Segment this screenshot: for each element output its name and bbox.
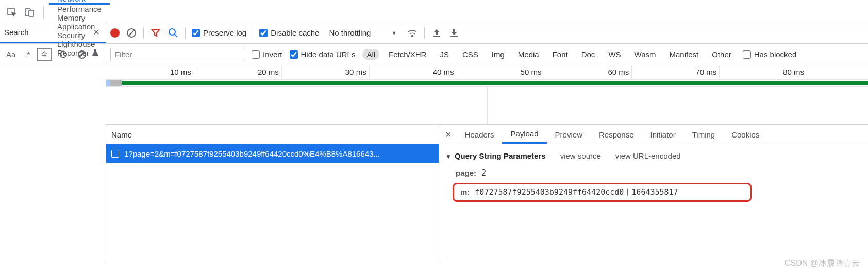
type-filter-css[interactable]: CSS bbox=[458, 49, 482, 60]
filter-icon[interactable] bbox=[150, 27, 161, 39]
detail-tab-payload[interactable]: Payload bbox=[502, 125, 546, 144]
separator bbox=[424, 27, 425, 39]
cjk-toggle[interactable]: 全 bbox=[37, 48, 52, 61]
tick-label: 10 ms bbox=[170, 67, 191, 76]
type-filter-font[interactable]: Font bbox=[548, 49, 572, 60]
search-options: Aa .* 全 bbox=[0, 44, 106, 65]
disable-cache-label: Disable cache bbox=[271, 28, 319, 37]
request-list: Name 1?page=2&m=f0727587f9255403b9249ff6… bbox=[106, 125, 439, 263]
timeline-tick: 20 ms bbox=[281, 65, 282, 79]
inspect-element-icon[interactable] bbox=[3, 4, 21, 21]
request-row[interactable]: 1?page=2&m=f0727587f9255403b9249ff64420c… bbox=[106, 144, 439, 163]
upload-icon[interactable] bbox=[431, 27, 442, 39]
filter-bar: Invert Hide data URLs AllFetch/XHRJSCSSI… bbox=[106, 44, 868, 65]
payload-section-header[interactable]: ▼Query String Parameters view source vie… bbox=[445, 151, 862, 160]
svg-line-11 bbox=[79, 52, 85, 57]
detail-tab-headers[interactable]: Headers bbox=[457, 125, 503, 144]
chevron-down-icon: ▼ bbox=[391, 30, 397, 36]
view-url-encoded-link[interactable]: view URL-encoded bbox=[615, 151, 681, 160]
type-filter-js[interactable]: JS bbox=[436, 49, 453, 60]
disable-cache-checkbox[interactable]: Disable cache bbox=[259, 28, 319, 37]
param-key: page: bbox=[456, 168, 476, 178]
row-checkbox-icon[interactable] bbox=[111, 150, 119, 158]
separator bbox=[185, 27, 186, 39]
svg-point-7 bbox=[412, 35, 413, 37]
timeline-tick: 80 ms bbox=[807, 65, 807, 79]
throttling-select[interactable]: No throttling ▼ bbox=[325, 28, 400, 38]
detail-tab-response[interactable]: Response bbox=[591, 125, 642, 144]
param-row-m: m: f0727587f9255403b9249ff64420ccd0丨1664… bbox=[453, 183, 752, 202]
tick-label: 30 ms bbox=[345, 67, 366, 76]
filter-row-container: Aa .* 全 Invert Hide data URLs AllFetch/X… bbox=[0, 44, 868, 65]
has-blocked-checkbox[interactable]: Has blocked bbox=[743, 50, 797, 59]
devtools-tab-strip: ElementsConsoleSourcesNetworkPerformance… bbox=[0, 0, 868, 22]
tab-network[interactable]: Network bbox=[49, 0, 110, 5]
preserve-log-label: Preserve log bbox=[203, 28, 246, 37]
network-conditions-icon[interactable] bbox=[407, 27, 418, 39]
type-filter-ws[interactable]: WS bbox=[604, 49, 625, 60]
hide-data-urls-checkbox[interactable]: Hide data URLs bbox=[290, 50, 356, 59]
request-detail-pane: × HeadersPayloadPreviewResponseInitiator… bbox=[439, 125, 868, 263]
preserve-log-input[interactable] bbox=[192, 29, 200, 37]
type-filter-all[interactable]: All bbox=[362, 49, 379, 60]
hide-data-input[interactable] bbox=[290, 50, 298, 59]
timeline-bars bbox=[106, 80, 868, 86]
section-title: Query String Parameters bbox=[455, 151, 546, 160]
separator bbox=[43, 6, 44, 19]
type-filter-other[interactable]: Other bbox=[708, 49, 736, 60]
detail-tab-preview[interactable]: Preview bbox=[547, 125, 591, 144]
clear-icon[interactable] bbox=[126, 27, 137, 39]
has-blocked-label: Has blocked bbox=[754, 50, 797, 59]
svg-rect-8 bbox=[433, 36, 440, 37]
filter-input[interactable] bbox=[110, 48, 244, 61]
view-source-link[interactable]: view source bbox=[560, 151, 601, 160]
preserve-log-checkbox[interactable]: Preserve log bbox=[192, 28, 246, 37]
type-filter-img[interactable]: Img bbox=[488, 49, 509, 60]
match-case-toggle[interactable]: Aa bbox=[4, 49, 18, 60]
svg-line-4 bbox=[128, 30, 135, 36]
disable-cache-input[interactable] bbox=[259, 29, 268, 37]
payload-panel: ▼Query String Parameters view source vie… bbox=[439, 144, 868, 209]
detail-tab-initiator[interactable]: Initiator bbox=[642, 125, 684, 144]
toolbar-row: Search × Preserve log Disable cache No t… bbox=[0, 22, 868, 44]
device-toolbar-icon[interactable] bbox=[21, 4, 38, 21]
close-icon[interactable]: × bbox=[91, 26, 102, 38]
tick-label: 60 ms bbox=[608, 67, 629, 76]
search-icon[interactable] bbox=[168, 27, 179, 39]
tab-performance[interactable]: Performance bbox=[49, 5, 110, 13]
invert-checkbox[interactable]: Invert bbox=[252, 50, 282, 59]
network-toolbar: Preserve log Disable cache No throttling… bbox=[106, 22, 868, 43]
type-filter-doc[interactable]: Doc bbox=[577, 49, 599, 60]
type-filter-wasm[interactable]: Wasm bbox=[630, 49, 660, 60]
tab-memory[interactable]: Memory bbox=[49, 13, 110, 22]
svg-point-5 bbox=[169, 29, 175, 35]
timeline-ruler: 10 ms20 ms30 ms40 ms50 ms60 ms70 ms80 ms bbox=[106, 65, 868, 80]
param-value: 2 bbox=[481, 168, 486, 178]
close-icon[interactable]: × bbox=[443, 129, 457, 141]
invert-input[interactable] bbox=[252, 50, 260, 59]
download-icon[interactable] bbox=[448, 27, 460, 39]
timeline-tick: 40 ms bbox=[457, 65, 457, 79]
type-filter-media[interactable]: Media bbox=[514, 49, 543, 60]
name-column-header[interactable]: Name bbox=[106, 125, 439, 144]
svg-line-6 bbox=[175, 35, 177, 37]
type-filter-manifest[interactable]: Manifest bbox=[665, 49, 703, 60]
regex-toggle[interactable]: .* bbox=[23, 49, 32, 60]
record-button[interactable] bbox=[110, 28, 120, 38]
detail-tab-cookies[interactable]: Cookies bbox=[723, 125, 767, 144]
search-pane-header: Search × bbox=[0, 22, 106, 43]
request-name: 1?page=2&m=f0727587f9255403b9249ff64420c… bbox=[124, 149, 380, 158]
clear-search-icon[interactable] bbox=[75, 49, 89, 60]
search-results-pane bbox=[0, 125, 106, 263]
detail-tab-timing[interactable]: Timing bbox=[684, 125, 723, 144]
refresh-icon[interactable] bbox=[57, 49, 70, 60]
has-blocked-input[interactable] bbox=[743, 50, 751, 59]
search-label: Search bbox=[4, 28, 91, 37]
svg-rect-9 bbox=[450, 36, 458, 37]
expand-triangle-icon[interactable]: ▼Query String Parameters bbox=[445, 151, 546, 160]
timeline-overview[interactable]: 10 ms20 ms30 ms40 ms50 ms60 ms70 ms80 ms bbox=[106, 65, 868, 125]
timeline-tick: 50 ms bbox=[544, 65, 544, 79]
tick-label: 80 ms bbox=[783, 67, 804, 76]
invert-label: Invert bbox=[263, 50, 282, 59]
type-filter-fetch-xhr[interactable]: Fetch/XHR bbox=[385, 49, 430, 60]
